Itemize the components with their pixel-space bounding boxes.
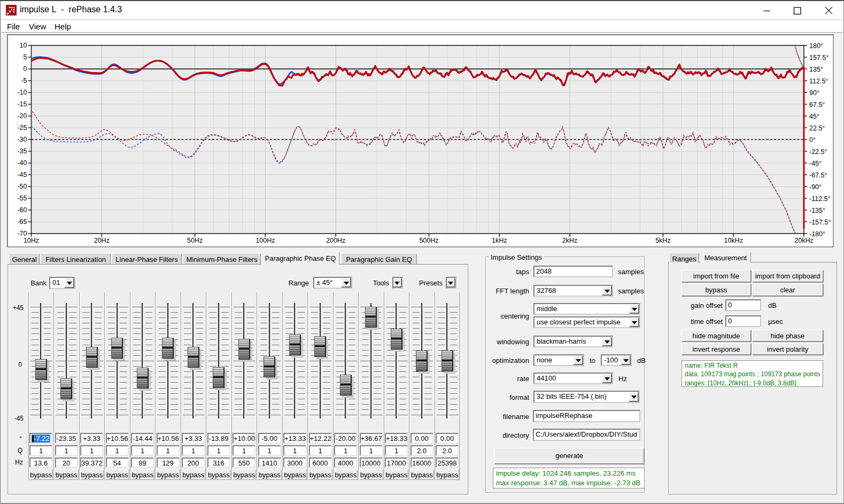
svg-text:-22.5°: -22.5° (809, 148, 827, 156)
svg-text:-65: -65 (17, 218, 27, 226)
svg-text:20Hz: 20Hz (94, 237, 110, 244)
svg-text:200Hz: 200Hz (326, 237, 345, 244)
svg-text:-20: -20 (17, 112, 27, 120)
svg-text:-70: -70 (17, 230, 27, 237)
svg-text:10: 10 (20, 42, 27, 49)
svg-text:-10: -10 (17, 89, 27, 96)
svg-text:-50: -50 (17, 183, 27, 190)
svg-text:-15: -15 (17, 100, 27, 108)
svg-text:1kHz: 1kHz (492, 237, 507, 244)
svg-text:500Hz: 500Hz (419, 237, 438, 244)
svg-text:90°: 90° (809, 89, 819, 97)
svg-text:22.5°: 22.5° (809, 125, 825, 132)
svg-text:5: 5 (24, 53, 27, 61)
svg-text:-67.5°: -67.5° (809, 172, 827, 179)
svg-text:20kHz: 20kHz (794, 237, 813, 244)
svg-text:112.5°: 112.5° (809, 77, 828, 85)
svg-text:0: 0 (24, 65, 27, 73)
svg-text:5kHz: 5kHz (655, 237, 670, 244)
svg-text:-157.5°: -157.5° (809, 219, 831, 226)
svg-text:180°: 180° (809, 42, 823, 50)
svg-text:10kHz: 10kHz (724, 237, 742, 244)
svg-text:-25: -25 (17, 124, 27, 131)
svg-text:-30: -30 (17, 136, 27, 143)
svg-text:-45°: -45° (809, 160, 822, 167)
svg-text:100Hz: 100Hz (255, 237, 275, 244)
svg-text:0°: 0° (809, 136, 816, 144)
svg-text:-60: -60 (17, 206, 27, 214)
svg-text:-90°: -90° (809, 183, 822, 191)
svg-text:-55: -55 (17, 195, 27, 202)
svg-text:-112.5°: -112.5° (809, 195, 831, 203)
svg-text:-135°: -135° (809, 207, 825, 214)
svg-text:157.5°: 157.5° (809, 54, 828, 61)
svg-text:50Hz: 50Hz (187, 237, 203, 244)
svg-text:-35: -35 (17, 148, 27, 155)
svg-text:135°: 135° (809, 66, 823, 73)
svg-text:45°: 45° (809, 113, 819, 120)
svg-text:2kHz: 2kHz (562, 237, 577, 244)
svg-text:-5: -5 (21, 77, 27, 84)
svg-text:-40: -40 (17, 159, 27, 167)
svg-text:-45: -45 (17, 171, 27, 179)
svg-text:-180°: -180° (809, 230, 825, 238)
svg-text:10Hz: 10Hz (24, 237, 39, 244)
svg-text:67.5°: 67.5° (809, 101, 825, 108)
